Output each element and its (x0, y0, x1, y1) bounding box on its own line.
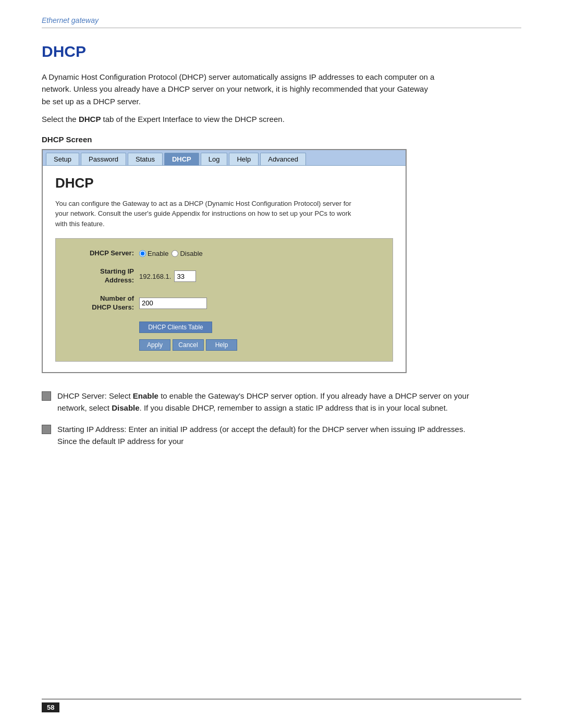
bullet-item-1: DHCP Server: Select Enable to enable the… (42, 390, 469, 414)
enable-option[interactable]: Enable (139, 250, 168, 257)
select-instruction: Select the DHCP tab of the Expert Interf… (42, 115, 521, 124)
disable-radio[interactable] (172, 250, 178, 257)
dhcp-users-row: Number ofDHCP Users: (66, 294, 377, 312)
breadcrumb-area: Ethernet gateway (42, 16, 521, 28)
form-buttons: DHCP Clients Table Apply Cancel Help (139, 322, 377, 351)
page-title: DHCP (42, 43, 521, 60)
apply-button[interactable]: Apply (139, 339, 170, 351)
tab-dhcp[interactable]: DHCP (164, 153, 199, 165)
dhcp-users-input[interactable] (139, 298, 207, 309)
dhcp-users-label: Number ofDHCP Users: (66, 294, 134, 312)
ip-last-octet-input[interactable] (174, 270, 196, 282)
tab-status[interactable]: Status (128, 153, 163, 165)
disable-option[interactable]: Disable (172, 250, 202, 257)
starting-ip-label: Starting IPAddress: (66, 267, 134, 285)
breadcrumb: Ethernet gateway (42, 16, 99, 24)
action-buttons-row: Apply Cancel Help (139, 339, 237, 351)
tab-advanced[interactable]: Advanced (260, 153, 306, 165)
help-button[interactable]: Help (206, 339, 237, 351)
dhcp-server-options: Enable Disable (139, 250, 203, 257)
tab-log[interactable]: Log (201, 153, 228, 165)
bullet-icon-1 (42, 391, 51, 401)
dhcp-form-area: DHCP Server: Enable Disable St (55, 238, 393, 361)
tab-bar: Setup Password Status DHCP Log Help Adva… (43, 150, 406, 166)
dhcp-server-label: DHCP Server: (66, 249, 134, 258)
tab-setup[interactable]: Setup (46, 153, 79, 165)
enable-radio[interactable] (139, 250, 146, 257)
starting-ip-row: Starting IPAddress: 192.168.1. (66, 267, 377, 285)
bullet-list: DHCP Server: Select Enable to enable the… (42, 390, 521, 448)
tab-password[interactable]: Password (81, 153, 126, 165)
bullet-item-2: Starting IP Address: Enter an initial IP… (42, 423, 469, 448)
inner-description: You can configure the Gateway to act as … (55, 199, 358, 229)
bullet-text-2: Starting IP Address: Enter an initial IP… (57, 423, 469, 448)
inner-dhcp-title: DHCP (55, 175, 393, 191)
body-paragraph: A Dynamic Host Configuration Protocol (D… (42, 71, 438, 107)
bullet-text-1: DHCP Server: Select Enable to enable the… (57, 390, 469, 414)
disable-label: Disable (180, 250, 202, 257)
page-number: 58 (42, 702, 59, 712)
tab-help[interactable]: Help (229, 153, 259, 165)
enable-label: Enable (148, 250, 168, 257)
dhcp-clients-table-button[interactable]: DHCP Clients Table (139, 322, 212, 333)
screen-label: DHCP Screen (42, 135, 521, 144)
dhcp-screen-box: Setup Password Status DHCP Log Help Adva… (42, 149, 407, 373)
page-footer: 58 (42, 699, 521, 712)
starting-ip-controls: 192.168.1. (139, 270, 196, 282)
cancel-button[interactable]: Cancel (173, 339, 204, 351)
bullet-icon-2 (42, 425, 51, 434)
dhcp-server-row: DHCP Server: Enable Disable (66, 249, 377, 258)
inner-content-area: DHCP You can configure the Gateway to ac… (43, 166, 406, 372)
ip-prefix: 192.168.1. (139, 273, 171, 280)
dhcp-users-controls (139, 298, 207, 309)
